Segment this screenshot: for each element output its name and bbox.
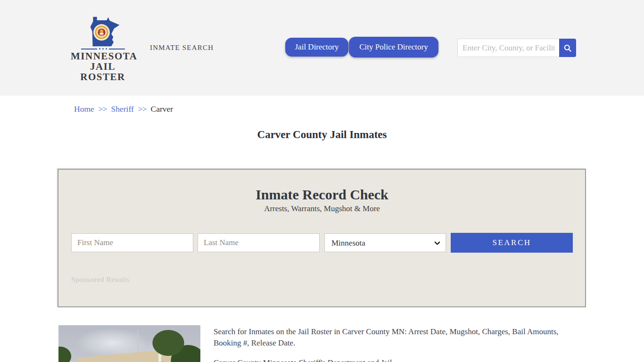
facility-search-input[interactable] bbox=[457, 39, 559, 57]
minnesota-state-icon bbox=[83, 16, 123, 47]
state-select[interactable]: Minnesota bbox=[325, 234, 446, 252]
inmate-search-tagline: INMATE SEARCH bbox=[150, 44, 214, 52]
site-header: MINNESOTA JAIL ROSTER INMATE SEARCH Jail… bbox=[0, 0, 644, 96]
first-name-input[interactable] bbox=[71, 233, 193, 252]
magnifier-icon bbox=[563, 43, 572, 53]
jail-building-photo bbox=[58, 325, 200, 362]
second-paragraph: Carver County Minnesota Sheriff's Depart… bbox=[214, 357, 583, 362]
photo-antenna bbox=[137, 330, 138, 352]
intro-paragraph: Search for Inmates on the Jail Roster in… bbox=[214, 326, 583, 349]
record-check-subheading: Arrests, Warrants, Mugshot & More bbox=[0, 204, 644, 214]
facility-search-button[interactable] bbox=[559, 39, 576, 57]
record-check-heading: Inmate Record Check bbox=[0, 187, 644, 203]
breadcrumb-sheriff-link[interactable]: Sheriff bbox=[111, 104, 134, 114]
page: MINNESOTA JAIL ROSTER INMATE SEARCH Jail… bbox=[0, 0, 644, 362]
logo-text-line1: MINNESOTA bbox=[71, 51, 135, 61]
photo-tree-left bbox=[58, 334, 79, 362]
breadcrumb-separator: >> bbox=[99, 104, 107, 114]
breadcrumb: Home>>Sheriff>>Carver bbox=[74, 104, 173, 114]
sponsored-results-label: Sponsored Results bbox=[71, 275, 129, 284]
city-police-directory-button[interactable]: City Police Directory bbox=[349, 37, 438, 58]
logo-divider bbox=[75, 48, 131, 49]
logo-text-line2: JAIL ROSTER bbox=[71, 61, 135, 82]
site-logo[interactable]: MINNESOTA JAIL ROSTER bbox=[71, 16, 135, 82]
breadcrumb-current: Carver bbox=[151, 104, 173, 114]
breadcrumb-home-link[interactable]: Home bbox=[74, 104, 94, 114]
breadcrumb-separator: >> bbox=[138, 104, 147, 114]
page-title: Carver County Jail Inmates bbox=[0, 129, 644, 141]
search-button[interactable]: SEARCH bbox=[451, 233, 573, 253]
jail-directory-button[interactable]: Jail Directory bbox=[285, 38, 348, 57]
photo-tree-right bbox=[151, 325, 200, 362]
state-select-wrapper: Minnesota bbox=[324, 233, 446, 252]
last-name-input[interactable] bbox=[198, 233, 320, 252]
